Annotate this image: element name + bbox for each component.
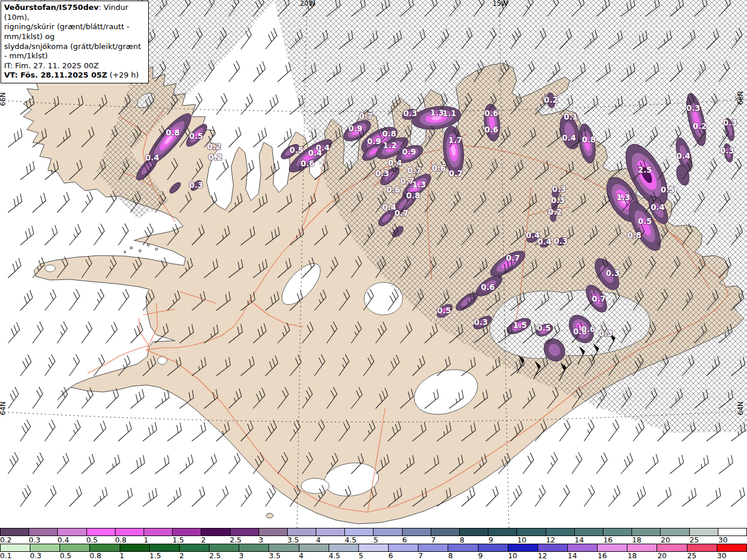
precip-value-label: 0.4 <box>145 153 159 162</box>
scale-cell <box>30 544 60 551</box>
precip-value-label: 0.3 <box>599 328 613 338</box>
scale-cell <box>259 528 288 536</box>
scale-tick-label: 0.8 <box>115 536 127 544</box>
scale-tick-label: 14 <box>568 551 577 560</box>
scale-cell <box>345 528 374 536</box>
scale-tick-label: 0.8 <box>90 551 102 560</box>
graticule-label: 66N <box>736 91 745 104</box>
scale-cell <box>116 528 144 536</box>
scale-cell <box>718 528 746 536</box>
scale-tick-label: 12 <box>546 536 555 544</box>
precip-value-label: 0.6 <box>484 108 498 118</box>
scale-tick-label: 20 <box>661 536 670 544</box>
precip-value-label: 0.8 <box>582 135 596 144</box>
precip-value-label: 0.6 <box>581 324 595 334</box>
scale-tick-label: 30 <box>718 536 728 544</box>
scale-cell <box>488 528 517 536</box>
scale-cell <box>431 528 460 536</box>
precip-value-label: 0.4 <box>562 133 576 142</box>
scale-cell <box>517 528 546 536</box>
precip-value-label: 0.6 <box>484 125 498 134</box>
scale-tick-label: 5 <box>358 551 363 560</box>
scale-cell <box>144 528 173 536</box>
scale-cell <box>661 528 689 536</box>
graticule-label: 64N <box>736 401 745 415</box>
scale-cell <box>374 528 402 536</box>
scale-cell <box>603 528 632 536</box>
precip-value-label: 0.6 <box>386 185 400 194</box>
model-info-box: Veðurstofan/IS750dev: Vindur (10m), rign… <box>1 1 149 83</box>
scale-tick-label: 0.1 <box>0 551 12 560</box>
scale-tick-label: 0.5 <box>86 536 98 544</box>
scale-tick-label: 20 <box>657 551 666 560</box>
scale-tick-label: 0.2 <box>0 536 12 544</box>
precip-value-label: 0.5 <box>437 306 451 315</box>
scale-cell <box>575 528 603 536</box>
legend: 0.20.30.40.50.811.522.533.544.5567891012… <box>0 528 747 560</box>
scale-cell <box>120 544 150 551</box>
scale-tick-label: 1.5 <box>149 551 161 560</box>
scale-cell <box>538 544 568 551</box>
precip-value-label: 0.7 <box>395 208 409 218</box>
precip-value-label: 1.3 <box>412 180 426 189</box>
precip-value-label: 0.3 <box>720 146 734 155</box>
scale-tick-label: 9 <box>488 536 493 544</box>
scale-cell <box>598 544 627 551</box>
precip-value-label: 0.3 <box>552 184 566 194</box>
scale-tick-label: 1 <box>120 551 124 560</box>
precip-value-label: 1.1 <box>442 108 456 118</box>
scale-cell <box>359 544 389 551</box>
info-line-1: Veðurstofan/IS750dev: Vindur (10m), <box>4 3 145 22</box>
scale-tick-label: 3.5 <box>287 536 299 544</box>
graticule-label: 20W <box>300 0 315 8</box>
precip-value-label: 0.4 <box>676 151 690 160</box>
precip-value-label: 0.2 <box>544 95 558 104</box>
precip-value-label: 0.8 <box>627 230 641 240</box>
precip-value-label: 0.2 <box>548 207 562 216</box>
scale-tick-label: 3 <box>239 551 244 560</box>
precip-value-label: 0.3 <box>551 195 565 205</box>
scale-tick-label: 1 <box>144 536 148 544</box>
scale-tick-label: 3.5 <box>269 551 281 560</box>
scale-cell <box>329 544 359 551</box>
precip-value-label: 1.5 <box>513 320 527 330</box>
scale-tick-label: 4.5 <box>345 536 357 544</box>
scale-cell <box>389 544 418 551</box>
scale-tick-label: 5 <box>374 536 378 544</box>
scale-cell <box>460 528 488 536</box>
scale-tick-label: 2.5 <box>230 536 242 544</box>
scale-cell <box>60 544 90 551</box>
snow-scale-bar <box>0 528 747 536</box>
precip-value-label: 0.7 <box>359 111 373 121</box>
precip-value-label: 0.4 <box>537 237 551 246</box>
precip-value-label: 0.7 <box>449 169 463 178</box>
scale-cell <box>687 544 717 551</box>
precip-value-label: 0.6 <box>432 163 446 173</box>
valid-time: VT: Fös. 28.11.2025 05Z (+29 h) <box>4 71 145 80</box>
precip-value-label: 1.2 <box>383 141 397 150</box>
scale-cell <box>58 528 86 536</box>
scale-cell <box>568 544 598 551</box>
scale-cell <box>657 544 687 551</box>
snow-scale-labels: 0.20.30.40.50.811.522.533.544.5567891012… <box>0 536 747 544</box>
glacier-snaefellsjokull <box>45 265 55 272</box>
scale-cell <box>546 528 575 536</box>
scale-cell <box>239 544 269 551</box>
precip-value-label: 0.7 <box>506 253 520 262</box>
graticule-label: 66N <box>0 92 7 106</box>
precip-value-label: 1.7 <box>448 135 462 145</box>
scale-tick-label: 2 <box>179 551 184 560</box>
init-time: IT: Fim. 27. 11. 2025 00Z <box>4 61 145 71</box>
precip-value-label: 0.3 <box>554 236 568 246</box>
scale-tick-label: 1.5 <box>172 536 184 544</box>
graticule-label: 64N <box>0 401 7 415</box>
precip-value-label: 0.5 <box>638 216 652 226</box>
scale-tick-label: 10 <box>508 551 517 560</box>
scale-cell <box>1 544 30 551</box>
scale-cell <box>418 544 448 551</box>
scale-cell <box>180 544 210 551</box>
precip-value-label: 0.3 <box>606 268 620 278</box>
precip-value-label: 0.6 <box>301 159 315 168</box>
scale-tick-label: 18 <box>627 551 637 560</box>
precip-value-label: 0.4 <box>651 202 665 212</box>
